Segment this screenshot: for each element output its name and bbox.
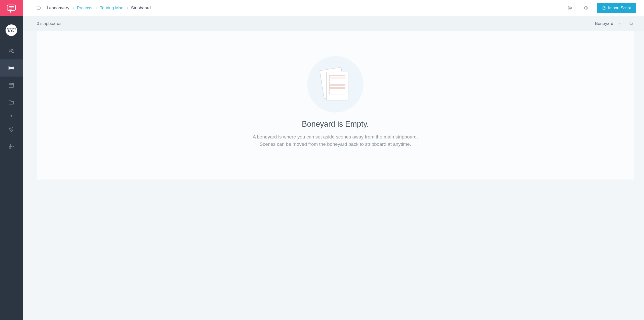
sidebar-item-files[interactable] <box>0 94 23 111</box>
documents-icon <box>319 65 352 103</box>
sidebar-item-team[interactable] <box>0 42 23 59</box>
breadcrumb: Leanometry Projects Touring Man Stripboa… <box>47 6 151 11</box>
sidebar-item-stripboard[interactable] <box>0 59 23 77</box>
folder-icon <box>8 99 14 105</box>
sidebar-item-locations[interactable] <box>0 121 23 138</box>
chevron-right-icon <box>95 7 97 9</box>
svg-point-18 <box>10 145 11 146</box>
breadcrumb-company[interactable]: Leanometry <box>47 6 69 11</box>
svg-point-22 <box>10 148 11 149</box>
sidebar-item-calendar[interactable] <box>0 77 23 94</box>
stripboard-count: 0 stripboards <box>37 21 61 26</box>
stripboard-icon <box>8 65 14 71</box>
svg-rect-11 <box>9 83 14 87</box>
users-icon <box>8 48 14 54</box>
svg-rect-5 <box>9 66 14 67</box>
svg-line-30 <box>632 24 633 25</box>
project-avatar[interactable]: TOURING MAN <box>6 24 17 36</box>
main-area: Leanometry Projects Touring Man Stripboa… <box>23 0 644 320</box>
svg-rect-6 <box>9 67 14 68</box>
empty-state-card: Boneyard is Empty. A boneyard is where y… <box>37 31 634 180</box>
calendar-check-icon <box>8 82 14 88</box>
svg-point-15 <box>11 115 12 117</box>
content: Boneyard is Empty. A boneyard is where y… <box>23 31 644 320</box>
breadcrumb-project[interactable]: Touring Man <box>100 6 124 11</box>
printer-icon <box>567 6 572 11</box>
svg-rect-7 <box>9 69 14 70</box>
svg-rect-27 <box>569 9 571 10</box>
empty-illustration <box>307 56 364 113</box>
chevron-down-icon <box>618 22 622 25</box>
search-button[interactable] <box>629 21 634 26</box>
svg-point-20 <box>12 146 13 147</box>
chevron-right-icon <box>72 7 74 9</box>
import-script-label: Import Script <box>608 6 631 10</box>
list-expand-icon[interactable] <box>37 6 42 11</box>
panels-icon <box>583 6 588 11</box>
import-script-button[interactable]: Import Script <box>597 3 636 13</box>
sliders-icon <box>8 144 14 150</box>
chat-icon <box>6 3 16 13</box>
svg-rect-32 <box>327 72 348 100</box>
sidebar: TOURING MAN <box>0 0 23 320</box>
svg-point-29 <box>630 22 632 25</box>
breadcrumb-current: Stripboard <box>131 6 151 11</box>
view-dropdown-label: Boneyard <box>595 21 613 26</box>
chevron-right-icon <box>126 7 129 9</box>
pin-icon <box>8 126 14 132</box>
svg-point-16 <box>11 128 12 129</box>
empty-line1: A boneyard is where you can set aside sc… <box>253 133 418 140</box>
svg-rect-28 <box>585 6 587 10</box>
empty-description: A boneyard is where you can set aside sc… <box>253 133 418 148</box>
view-dropdown[interactable]: Boneyard <box>595 21 622 26</box>
breadcrumb-projects[interactable]: Projects <box>77 6 92 11</box>
layout-button[interactable] <box>581 3 591 13</box>
dot-icon <box>8 113 14 119</box>
app-logo[interactable] <box>0 0 23 16</box>
subbar: 0 stripboards Boneyard <box>23 16 644 31</box>
empty-title: Boneyard is Empty. <box>302 120 369 129</box>
sidebar-item-settings[interactable] <box>0 138 23 155</box>
topbar: Leanometry Projects Touring Man Stripboa… <box>23 0 644 16</box>
print-button[interactable] <box>565 3 575 13</box>
empty-line2: Scenes can be moved from the boneyard ba… <box>253 140 418 148</box>
svg-point-3 <box>10 49 12 51</box>
search-icon <box>629 21 634 26</box>
avatar-line2: MAN <box>7 30 16 33</box>
file-import-icon <box>602 6 606 10</box>
sidebar-item-dot[interactable] <box>0 111 23 121</box>
svg-point-4 <box>12 49 13 51</box>
